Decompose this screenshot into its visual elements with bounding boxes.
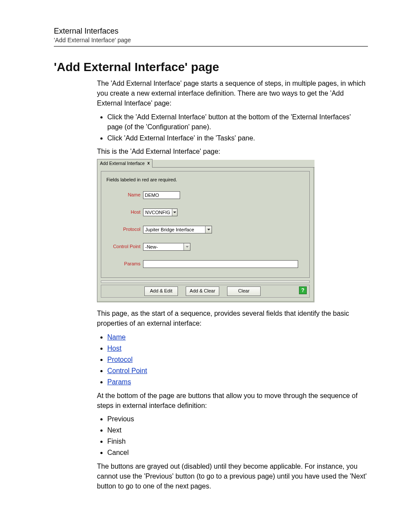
chevron-down-icon[interactable] xyxy=(205,226,212,233)
list-item: Cancel xyxy=(107,448,368,457)
link-control-point[interactable]: Control Point xyxy=(107,367,147,374)
list-item: Control Point xyxy=(107,366,368,376)
row-params: Params xyxy=(106,260,304,268)
field-link-list: Name Host Protocol Control Point Params xyxy=(97,332,368,387)
figure-lead-in: This is the 'Add External Interface' pag… xyxy=(97,146,368,156)
tab-bar: Add External Interface x xyxy=(97,160,314,168)
clear-button[interactable]: Clear xyxy=(227,286,261,296)
list-item: Protocol xyxy=(107,355,368,364)
chevron-down-icon[interactable] xyxy=(172,209,177,216)
divider xyxy=(101,280,310,283)
label-name: Name xyxy=(106,192,143,199)
host-value: NVCONFIG xyxy=(143,209,172,216)
row-host: Host NVCONFIG xyxy=(106,208,304,216)
list-item: Previous xyxy=(107,414,368,424)
list-item: Click the 'Add External Interface' butto… xyxy=(107,112,368,132)
button-row: Add & Edit Add & Clear Clear ? xyxy=(101,285,310,298)
label-control-point: Control Point xyxy=(106,243,143,250)
required-note: Fields labeled in red are required. xyxy=(106,177,304,184)
chapter-subtitle: 'Add External Interface' page xyxy=(54,37,368,44)
params-field[interactable] xyxy=(143,260,298,268)
tab-label: Add External Interface xyxy=(100,160,145,167)
page-title: 'Add External Interface' page xyxy=(54,60,368,74)
list-item: Click 'Add External Interface' in the 'T… xyxy=(107,133,368,143)
list-item: Name xyxy=(107,332,368,342)
svg-marker-0 xyxy=(173,212,176,213)
control-point-value: -New- xyxy=(143,243,184,250)
list-item: Finish xyxy=(107,436,368,446)
list-item: Params xyxy=(107,377,368,387)
chapter-title: External Interfaces xyxy=(54,27,368,36)
add-clear-button[interactable]: Add & Clear xyxy=(186,286,219,296)
link-params[interactable]: Params xyxy=(107,378,131,386)
link-protocol[interactable]: Protocol xyxy=(107,356,133,363)
tab-bar-fill xyxy=(153,160,314,168)
running-header: External Interfaces 'Add External Interf… xyxy=(54,27,368,47)
after-figure-paragraph: This page, as the start of a sequence, p… xyxy=(97,308,368,328)
link-name[interactable]: Name xyxy=(107,333,126,341)
add-edit-button[interactable]: Add & Edit xyxy=(144,286,178,296)
list-item: Host xyxy=(107,343,368,353)
label-host: Host xyxy=(106,209,143,216)
chevron-down-icon[interactable] xyxy=(184,243,190,250)
nav-buttons-list: Previous Next Finish Cancel xyxy=(97,414,368,458)
link-host[interactable]: Host xyxy=(107,345,121,352)
close-icon[interactable]: x xyxy=(147,160,150,167)
label-protocol: Protocol xyxy=(106,226,143,233)
tab-add-external-interface[interactable]: Add External Interface x xyxy=(97,159,153,168)
row-control-point: Control Point -New- xyxy=(106,243,304,251)
screenshot-figure: Add External Interface x Fields labeled … xyxy=(97,160,314,302)
intro-bullet-list: Click the 'Add External Interface' butto… xyxy=(97,112,368,143)
help-icon[interactable]: ? xyxy=(299,286,307,294)
name-field[interactable] xyxy=(143,191,180,199)
row-name: Name xyxy=(106,191,304,199)
label-params: Params xyxy=(106,261,143,268)
protocol-value: Jupiter Bridge Interface xyxy=(143,226,205,233)
row-protocol: Protocol Jupiter Bridge Interface xyxy=(106,226,304,233)
intro-paragraph: The 'Add External Interface' page starts… xyxy=(97,78,368,109)
buttons-paragraph: At the bottom of the page are buttons th… xyxy=(97,391,368,411)
protocol-dropdown[interactable]: Jupiter Bridge Interface xyxy=(143,226,212,233)
control-point-dropdown[interactable]: -New- xyxy=(143,243,190,251)
app-body: Fields labeled in red are required. Name… xyxy=(97,168,314,302)
svg-marker-2 xyxy=(186,246,189,248)
host-dropdown[interactable]: NVCONFIG xyxy=(143,208,177,216)
form-panel: Fields labeled in red are required. Name… xyxy=(101,171,310,278)
closing-paragraph: The buttons are grayed out (disabled) un… xyxy=(97,461,368,492)
list-item: Next xyxy=(107,425,368,435)
svg-marker-1 xyxy=(207,229,210,230)
